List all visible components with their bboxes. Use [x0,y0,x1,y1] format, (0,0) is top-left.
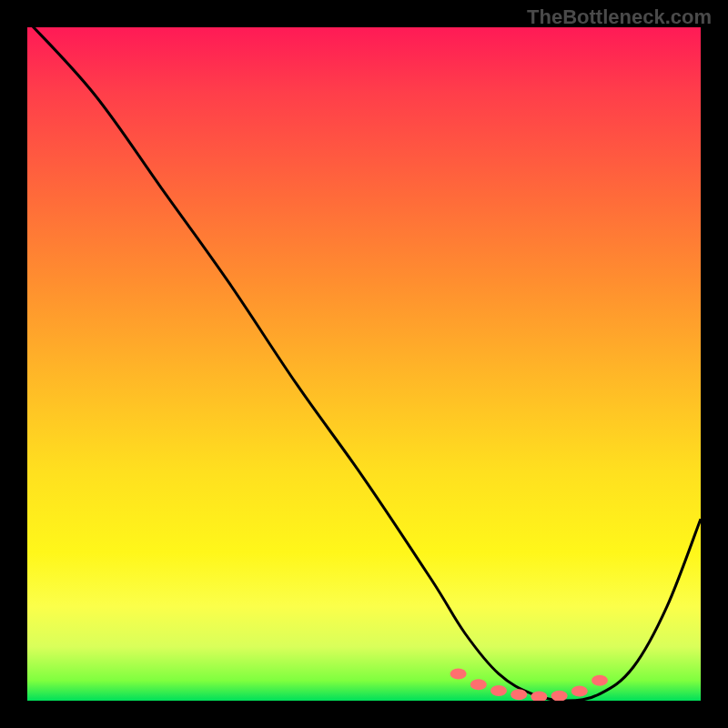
marker-dot [592,675,608,686]
chart-svg [27,27,701,701]
marker-dot [450,668,467,679]
chart-curve [27,27,701,701]
marker-dot [511,689,527,700]
marker-dot [571,686,588,697]
stage: TheBottleneck.com [0,0,728,728]
marker-dot [470,679,487,690]
marker-dot [490,685,507,696]
marker-dot [531,692,547,701]
chart-markers [450,668,608,701]
watermark-text: TheBottleneck.com [527,5,712,29]
chart-area [27,27,701,701]
marker-dot [551,691,568,701]
